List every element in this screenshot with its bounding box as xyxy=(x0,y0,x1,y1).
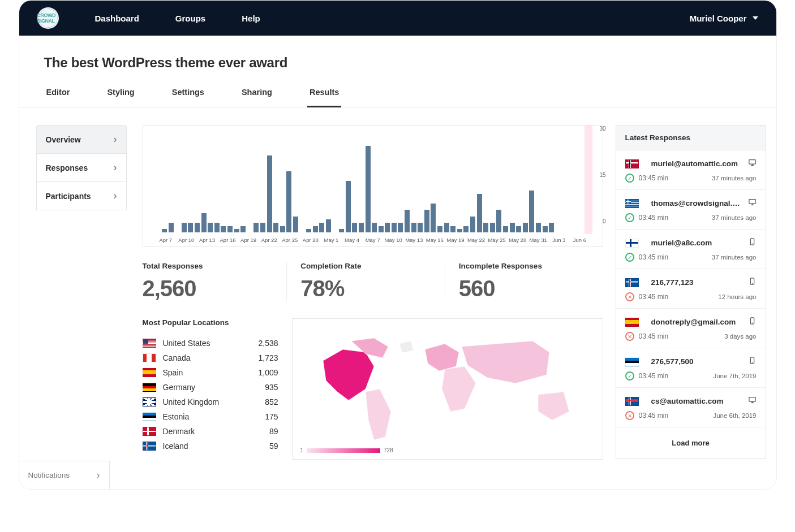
chevron-right-icon xyxy=(97,469,100,481)
chart-bar xyxy=(431,204,436,232)
flag-icon xyxy=(625,159,639,168)
chart-bar xyxy=(483,223,488,232)
chart-bar xyxy=(234,229,239,232)
world-map[interactable]: 1 728 xyxy=(292,318,603,460)
location-name: Germany xyxy=(163,383,265,392)
flag-icon xyxy=(143,412,156,421)
flag-icon xyxy=(143,353,156,362)
location-name: Iceland xyxy=(163,442,269,451)
chart-bar xyxy=(418,223,423,232)
sidebar-item-responses[interactable]: Responses xyxy=(37,154,126,182)
desktop-icon xyxy=(748,158,757,169)
user-menu[interactable]: Muriel Cooper xyxy=(690,14,758,23)
location-name: Canada xyxy=(163,353,259,362)
chart-bar xyxy=(405,210,410,232)
response-duration: 03:45 min xyxy=(639,253,707,261)
response-ago: 12 hours ago xyxy=(718,293,756,300)
chart-bar xyxy=(208,223,213,232)
latest-responses-title: Latest Responses xyxy=(616,126,766,150)
response-duration: 03:45 min xyxy=(639,332,720,340)
responses-chart: 30150 Apr 7Apr 10Apr 13Apr 16Apr 19Apr 2… xyxy=(143,125,603,247)
flag-icon xyxy=(625,318,639,327)
chevron-right-icon xyxy=(114,190,117,202)
response-email: muriel@automattic.com xyxy=(651,159,742,168)
tab-settings[interactable]: Settings xyxy=(170,81,207,107)
chart-bar xyxy=(411,223,416,232)
sidebar-item-label: Participants xyxy=(46,192,91,201)
chart-bar xyxy=(372,223,377,232)
x-circle-icon: ✕ xyxy=(625,411,634,420)
response-item[interactable]: muriel@a8c.com✓03:45 min37 minutes ago xyxy=(616,230,766,269)
chart-bar xyxy=(503,226,508,232)
sidebar-item-overview[interactable]: Overview xyxy=(37,126,126,154)
location-name: Estonia xyxy=(163,412,265,421)
stat-card: Total Responses2,560 xyxy=(143,262,287,301)
location-row: United States2,538 xyxy=(143,336,278,351)
chart-bar xyxy=(437,226,442,232)
chart-bar xyxy=(346,181,351,232)
stat-label: Completion Rate xyxy=(300,262,431,270)
tab-sharing[interactable]: Sharing xyxy=(239,81,274,107)
tab-results[interactable]: Results xyxy=(307,81,341,107)
response-item[interactable]: cs@automattic.com✕03:45 minJune 6th, 201… xyxy=(616,388,766,427)
location-row: Canada1,723 xyxy=(143,351,278,365)
chart-bar xyxy=(543,226,548,232)
chart-bar xyxy=(313,226,318,232)
response-item[interactable]: 276,577,500✓03:45 minJune 7th, 2019 xyxy=(616,348,766,388)
tabs: EditorStylingSettingsSharingResults xyxy=(19,81,776,108)
location-name: United States xyxy=(163,339,259,348)
chevron-right-icon xyxy=(114,133,117,145)
chart-bar xyxy=(293,217,298,232)
nav-groups[interactable]: Groups xyxy=(175,14,205,23)
response-item[interactable]: muriel@automattic.com✓03:45 min37 minute… xyxy=(616,150,766,190)
chart-bar xyxy=(286,171,291,232)
chart-y-axis: 30150 xyxy=(599,126,605,224)
chart-bar xyxy=(536,223,541,232)
flag-icon xyxy=(625,397,639,406)
main-nav: DashboardGroupsHelp xyxy=(95,14,690,23)
location-row: Spain1,009 xyxy=(143,365,278,380)
chart-bar xyxy=(444,223,449,232)
desktop-icon xyxy=(748,396,757,406)
flag-icon xyxy=(625,357,639,366)
svg-rect-3 xyxy=(749,200,755,204)
chart-bar xyxy=(182,223,187,232)
location-count: 59 xyxy=(269,442,278,451)
response-email: thomas@crowdsignal.com xyxy=(651,199,742,207)
location-count: 1,723 xyxy=(258,353,278,362)
tab-styling[interactable]: Styling xyxy=(105,81,136,107)
location-row: Estonia175 xyxy=(143,409,278,424)
response-item[interactable]: thomas@crowdsignal.com✓03:45 min37 minut… xyxy=(616,190,766,230)
nav-dashboard[interactable]: Dashboard xyxy=(95,14,139,23)
chart-bar xyxy=(523,223,528,232)
flag-icon xyxy=(143,397,156,406)
chart-bar xyxy=(477,194,482,232)
response-email: 276,577,500 xyxy=(651,357,742,366)
notifications-button[interactable]: Notifications xyxy=(19,461,110,489)
chart-bar xyxy=(379,226,384,232)
mobile-icon xyxy=(748,356,757,367)
response-item[interactable]: donotreply@gmail.com✕03:45 min3 days ago xyxy=(616,309,766,348)
flag-icon xyxy=(625,278,639,287)
notifications-label: Notifications xyxy=(28,471,70,479)
flag-icon xyxy=(143,427,156,436)
response-ago: 37 minutes ago xyxy=(712,254,757,261)
chart-x-axis: Apr 7Apr 10Apr 13Apr 16Apr 19Apr 22Apr 2… xyxy=(156,237,590,243)
chart-bar xyxy=(510,223,515,232)
response-duration: 03:45 min xyxy=(639,174,707,182)
nav-help[interactable]: Help xyxy=(242,14,260,23)
flag-icon xyxy=(143,383,156,392)
check-circle-icon: ✓ xyxy=(625,174,634,183)
logo[interactable]: CROWD SIGNAL xyxy=(37,7,59,29)
map-legend-gradient xyxy=(307,448,380,453)
location-row: United Kingdom852 xyxy=(143,395,278,409)
load-more-button[interactable]: Load more xyxy=(616,427,766,459)
response-ago: 37 minutes ago xyxy=(712,214,757,221)
response-item[interactable]: 216,777,123✕03:45 min12 hours ago xyxy=(616,269,766,309)
chart-bar xyxy=(457,229,462,232)
response-email: cs@automattic.com xyxy=(651,397,742,405)
tab-editor[interactable]: Editor xyxy=(44,81,72,107)
chart-bar xyxy=(463,226,469,232)
stat-card: Incomplete Responses560 xyxy=(445,262,603,301)
sidebar-item-participants[interactable]: Participants xyxy=(37,182,126,210)
